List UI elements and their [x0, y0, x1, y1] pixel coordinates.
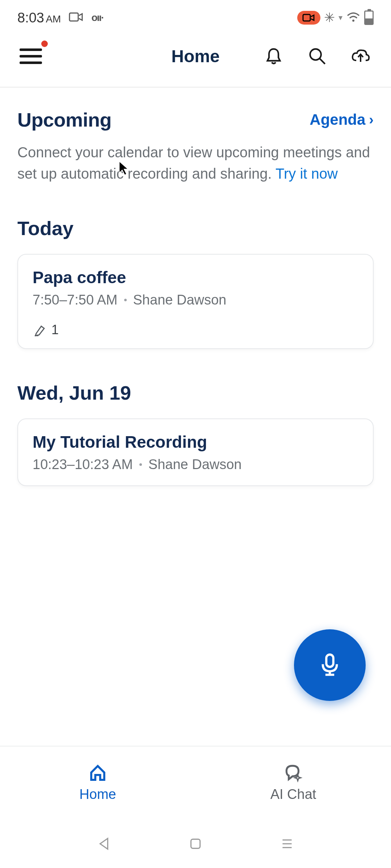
notifications-button[interactable]	[263, 45, 285, 67]
upcoming-title: Upcoming	[17, 109, 112, 131]
card-meta: 1	[33, 322, 358, 337]
status-time-ampm: AM	[46, 13, 61, 25]
android-back-button[interactable]	[96, 836, 112, 853]
card-owner: Shane Dawson	[148, 457, 242, 472]
agenda-label: Agenda	[310, 111, 365, 128]
highlight-count: 1	[51, 322, 59, 337]
bluetooth-icon: ✳︎	[324, 10, 335, 25]
svg-line-4	[320, 59, 325, 64]
android-home-button[interactable]	[188, 836, 203, 853]
svg-rect-6	[326, 655, 333, 667]
upcoming-header-row: Upcoming Agenda ›	[17, 109, 374, 131]
signal-dropdown-icon: ▾	[339, 13, 342, 22]
card-time: 7:50–7:50 AM	[33, 292, 118, 308]
tab-home-label: Home	[79, 787, 116, 802]
microphone-icon	[318, 653, 342, 677]
tab-ai-chat-label: AI Chat	[270, 787, 316, 802]
status-left: 8:03 AM oıı·	[17, 10, 103, 26]
svg-point-2	[352, 20, 354, 22]
svg-rect-0	[70, 13, 78, 21]
app-header: Home	[0, 33, 391, 88]
battery-icon	[364, 10, 374, 25]
highlight-icon	[33, 323, 47, 337]
search-button[interactable]	[306, 45, 328, 67]
cloud-upload-icon	[351, 47, 370, 65]
card-time: 10:23–10:23 AM	[33, 457, 133, 472]
status-bar: 8:03 AM oıı· ✳︎ ▾	[0, 0, 391, 33]
section-date-today: Today	[17, 217, 374, 239]
dot-separator-icon	[139, 463, 142, 466]
status-time-value: 8:03	[17, 10, 44, 25]
bottom-tab-bar: Home AI Chat	[0, 746, 391, 818]
search-icon	[308, 47, 327, 65]
svg-rect-9	[191, 839, 200, 848]
dot-separator-icon	[124, 299, 127, 301]
recording-card[interactable]: My Tutorial Recording 10:23–10:23 AM Sha…	[17, 418, 374, 486]
page-title: Home	[171, 46, 219, 66]
header-actions	[263, 45, 371, 67]
svg-rect-1	[303, 14, 310, 21]
cloud-upload-button[interactable]	[350, 45, 371, 67]
card-subtitle: 10:23–10:23 AM Shane Dawson	[33, 457, 358, 472]
audio-bars-icon: oıı·	[91, 12, 103, 24]
status-right: ✳︎ ▾	[297, 10, 374, 25]
card-subtitle: 7:50–7:50 AM Shane Dawson	[33, 292, 358, 308]
chat-sparkle-icon	[283, 763, 303, 782]
card-owner: Shane Dawson	[133, 292, 227, 308]
record-fab[interactable]	[294, 629, 366, 701]
recording-card[interactable]: Papa coffee 7:50–7:50 AM Shane Dawson 1	[17, 254, 374, 349]
main-content: Upcoming Agenda › Connect your calendar …	[0, 88, 391, 486]
tab-home[interactable]: Home	[0, 746, 196, 818]
section-date-wed: Wed, Jun 19	[17, 382, 374, 404]
menu-button[interactable]	[20, 43, 45, 69]
notification-dot-icon	[41, 41, 48, 47]
card-title: My Tutorial Recording	[33, 432, 358, 452]
camera-icon	[69, 12, 83, 24]
android-nav-bar	[0, 825, 391, 864]
upcoming-description: Connect your calendar to view upcoming m…	[17, 142, 374, 184]
card-title: Papa coffee	[33, 268, 358, 287]
home-icon	[88, 763, 108, 782]
status-time: 8:03 AM	[17, 10, 61, 26]
try-now-link[interactable]: Try it now	[276, 166, 338, 182]
tab-ai-chat[interactable]: AI Chat	[196, 746, 391, 818]
agenda-link[interactable]: Agenda ›	[310, 111, 374, 128]
bell-icon	[264, 47, 283, 65]
android-recents-button[interactable]	[279, 836, 295, 853]
wifi-icon	[346, 11, 361, 24]
chevron-right-icon: ›	[369, 112, 374, 128]
svg-point-3	[310, 49, 321, 60]
recording-indicator-icon	[297, 11, 320, 25]
